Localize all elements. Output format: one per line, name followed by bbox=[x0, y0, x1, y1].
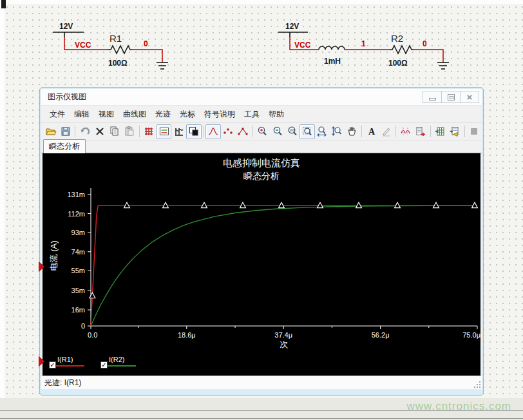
resistor-r2[interactable] bbox=[390, 46, 414, 53]
show-grid-button[interactable] bbox=[142, 124, 157, 139]
zoom-in-button[interactable] bbox=[255, 124, 270, 139]
menu-graph[interactable]: 曲线图 bbox=[119, 106, 151, 122]
r2-ref-label: R2 bbox=[391, 33, 403, 44]
menu-trace[interactable]: 光迹 bbox=[151, 106, 175, 122]
schematic-circuit-r2: 12V VCC 1mH 1 R2 100Ω 0 bbox=[271, 16, 459, 77]
curve-point-mode-button[interactable] bbox=[236, 124, 251, 139]
trace-ir2-checkbox[interactable]: ✓ bbox=[100, 361, 108, 368]
paste-button[interactable] bbox=[122, 124, 137, 139]
ground-symbol-left[interactable] bbox=[157, 62, 168, 69]
menu-legend[interactable]: 符号说明 bbox=[200, 106, 240, 122]
trace-ir1-label: I(R1) bbox=[57, 356, 73, 363]
menu-view[interactable]: 视图 bbox=[94, 106, 119, 122]
curve-icon bbox=[207, 126, 219, 137]
graph-properties-button[interactable] bbox=[171, 124, 186, 139]
svg-text:35m: 35m bbox=[71, 287, 85, 294]
menu-help[interactable]: 帮助 bbox=[264, 106, 289, 122]
resistor-r1[interactable] bbox=[108, 46, 132, 53]
net-label-0-right: 0 bbox=[423, 39, 427, 48]
export-next-button[interactable] bbox=[413, 124, 428, 139]
toolbar-separator bbox=[464, 126, 465, 137]
svg-text:74m: 74m bbox=[71, 248, 85, 256]
pan-button[interactable] bbox=[345, 124, 359, 139]
curve-mode-button[interactable] bbox=[205, 124, 220, 139]
edit-text-button[interactable] bbox=[379, 124, 394, 139]
stop-icon bbox=[468, 126, 480, 137]
ground-symbol-right[interactable] bbox=[437, 62, 449, 69]
trace-ir1-color-line bbox=[56, 365, 84, 367]
trace-ir1-checkbox[interactable]: ✓ bbox=[49, 361, 56, 368]
show-cursors-button[interactable] bbox=[398, 124, 413, 139]
vcc1-power-symbol[interactable] bbox=[53, 32, 84, 37]
x-axis-label: 次 bbox=[91, 339, 477, 350]
delete-x-icon bbox=[94, 126, 106, 137]
copy-button[interactable] bbox=[108, 124, 122, 139]
status-area: www.cntronics.com bbox=[0, 398, 523, 420]
zoom-out-button[interactable] bbox=[270, 124, 285, 139]
open-button[interactable] bbox=[43, 124, 58, 139]
toolbar-separator bbox=[361, 126, 362, 137]
menu-bar: 文件 编辑 视图 曲线图 光迹 光标 符号说明 工具 帮助 bbox=[41, 106, 482, 123]
net-label-vcc1: VCC bbox=[75, 41, 91, 50]
workspace-top-margin bbox=[0, 0, 523, 4]
svg-text:93m: 93m bbox=[71, 229, 85, 236]
svg-text:100: 100 bbox=[289, 129, 294, 132]
menu-cursor[interactable]: 光标 bbox=[175, 106, 200, 122]
svg-text:131m: 131m bbox=[67, 191, 85, 198]
svg-text:37.4μ: 37.4μ bbox=[274, 331, 292, 339]
save-icon bbox=[60, 126, 71, 137]
add-text-button[interactable]: A bbox=[364, 124, 379, 139]
text-icon: A bbox=[366, 126, 377, 137]
close-button[interactable]: × bbox=[460, 91, 479, 103]
paste-icon bbox=[124, 126, 135, 137]
save-button[interactable] bbox=[58, 124, 73, 139]
open-folder-icon bbox=[45, 126, 57, 137]
trace-legend: ✓ I(R1) ✓ I(R2) bbox=[49, 357, 137, 371]
legend-icon bbox=[158, 126, 170, 137]
schematic-circuit-r1: 12V VCC R1 100Ω 0 bbox=[39, 16, 174, 77]
undo-button[interactable] bbox=[77, 124, 92, 139]
trace-ir2-color-line bbox=[108, 365, 136, 367]
zoom-y-button[interactable] bbox=[330, 124, 345, 139]
selected-legend-arrow bbox=[39, 356, 44, 367]
show-legend-button[interactable] bbox=[157, 124, 171, 139]
tab-transient-analysis[interactable]: 瞬态分析 bbox=[43, 139, 86, 153]
grapher-titlebar[interactable]: 图示仪视图 × bbox=[41, 89, 482, 106]
restore-button[interactable] bbox=[441, 91, 461, 103]
menu-tools[interactable]: 工具 bbox=[240, 106, 264, 122]
copy-icon bbox=[109, 126, 120, 137]
zoom-100-button[interactable]: 100 bbox=[285, 124, 300, 139]
restore-icon bbox=[448, 94, 455, 100]
svg-text:0.0: 0.0 bbox=[88, 331, 97, 339]
points-icon bbox=[222, 126, 234, 137]
legend-item-ir1: ✓ I(R1) bbox=[49, 357, 85, 371]
point-mode-button[interactable] bbox=[221, 124, 236, 139]
zoom-area-button[interactable] bbox=[300, 124, 314, 139]
workspace-left-margin bbox=[0, 0, 5, 399]
zoom-out-icon bbox=[272, 126, 283, 137]
inductor-l1[interactable] bbox=[319, 46, 345, 50]
vcc2-power-symbol[interactable] bbox=[278, 32, 308, 37]
export-excel-icon bbox=[434, 126, 446, 137]
minimize-button[interactable] bbox=[423, 91, 442, 103]
status-trace-text: 光迹: I(R1) bbox=[41, 377, 81, 388]
minimize-icon bbox=[429, 98, 436, 100]
delete-button[interactable] bbox=[92, 124, 107, 139]
toolbar-separator bbox=[430, 126, 431, 137]
wire-r2-gnd bbox=[414, 50, 443, 62]
zoom-100-icon: 100 bbox=[287, 126, 298, 137]
export-excel-button[interactable] bbox=[433, 124, 448, 139]
zoom-x-button[interactable] bbox=[315, 124, 330, 139]
export-sheet-button[interactable] bbox=[448, 124, 462, 139]
zoom-y-icon bbox=[331, 126, 343, 137]
black-white-view-button[interactable] bbox=[186, 124, 201, 139]
window-bottom-edge bbox=[41, 389, 482, 394]
toolbar-separator bbox=[395, 126, 396, 137]
l1-value-label: 1mH bbox=[324, 57, 341, 66]
r2-value-label: 100Ω bbox=[388, 59, 408, 68]
menu-file[interactable]: 文件 bbox=[45, 106, 70, 122]
menu-edit[interactable]: 编辑 bbox=[70, 106, 94, 122]
resize-grip[interactable] bbox=[473, 380, 480, 388]
graph-properties-icon bbox=[173, 126, 185, 137]
stop-button[interactable] bbox=[467, 124, 482, 139]
